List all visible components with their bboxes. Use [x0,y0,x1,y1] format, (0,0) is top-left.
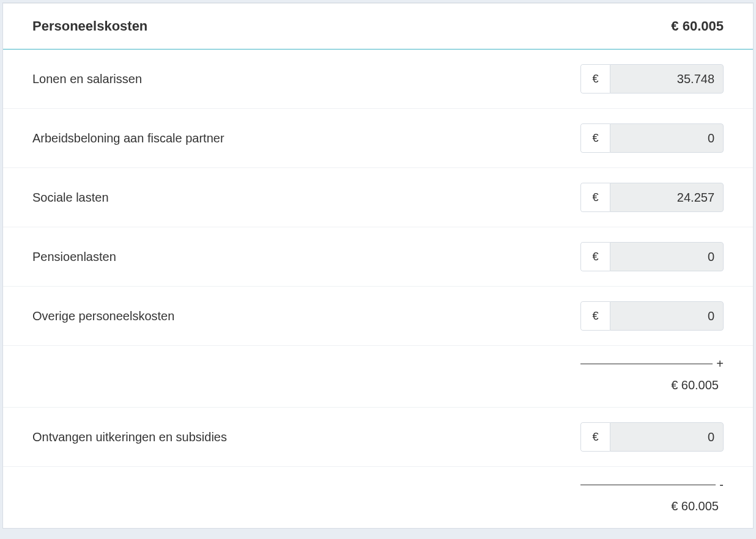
input-group: € [580,123,724,153]
sum-rule [580,364,713,364]
currency-prefix: € [580,123,610,153]
subtotal-value: € 60.005 [671,378,724,392]
pensioenlasten-input[interactable] [610,242,724,271]
row-label: Ontvangen uitkeringen en subsidies [32,430,227,444]
currency-prefix: € [580,422,610,452]
row-overige-personeelskosten: Overige personeelskosten € [3,287,753,346]
currency-prefix: € [580,64,610,94]
currency-prefix: € [580,183,610,212]
input-group: € [580,301,724,331]
row-label: Overige personeelskosten [32,309,174,323]
subtotal-line: + [580,357,724,371]
currency-prefix: € [580,242,610,271]
lonen-en-salarissen-input[interactable] [610,64,724,94]
row-label: Sociale lasten [32,191,109,205]
input-group: € [580,183,724,212]
input-group: € [580,242,724,271]
row-pensioenlasten: Pensioenlasten € [3,227,753,287]
arbeidsbeloning-input[interactable] [610,123,724,153]
row-ontvangen-uitkeringen: Ontvangen uitkeringen en subsidies € [3,408,753,467]
final-total-line: - [580,478,724,492]
final-total-value: € 60.005 [671,499,724,513]
section-total: € 60.005 [671,18,724,34]
row-lonen-en-salarissen: Lonen en salarissen € [3,50,753,109]
sum-rule [580,485,716,485]
row-label: Pensioenlasten [32,250,116,264]
currency-prefix: € [580,301,610,331]
personeelskosten-panel: Personeelskosten € 60.005 Lonen en salar… [2,2,754,529]
row-sociale-lasten: Sociale lasten € [3,168,753,227]
input-group: € [580,64,724,94]
input-group: € [580,422,724,452]
sociale-lasten-input[interactable] [610,183,724,212]
row-label: Lonen en salarissen [32,72,142,86]
row-label: Arbeidsbeloning aan fiscale partner [32,131,224,145]
plus-icon: + [716,357,724,371]
section-title: Personeelskosten [32,18,147,34]
subtotal-row: + € 60.005 [3,346,753,408]
subtotal-block: + € 60.005 [580,357,724,392]
overige-personeelskosten-input[interactable] [610,301,724,331]
row-arbeidsbeloning: Arbeidsbeloning aan fiscale partner € [3,109,753,168]
section-header: Personeelskosten € 60.005 [3,3,753,50]
final-total-block: - € 60.005 [580,478,724,513]
minus-icon: - [719,478,724,492]
final-total-row: - € 60.005 [3,467,753,528]
ontvangen-uitkeringen-input[interactable] [610,422,724,452]
